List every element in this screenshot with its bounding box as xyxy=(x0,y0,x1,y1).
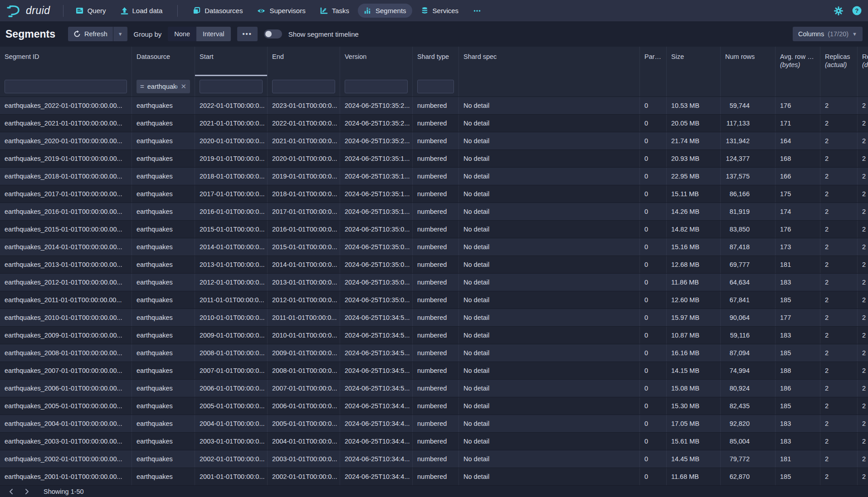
cell-datasource[interactable]: earthquakes xyxy=(132,327,195,344)
cell-replication_factor[interactable]: 2 xyxy=(858,168,868,185)
cell-version[interactable]: 2024-06-25T10:35:2... xyxy=(340,132,413,150)
cell-segment_id[interactable]: earthquakes_2012-01-01T00:00:00.00... xyxy=(0,274,132,291)
cell-segment_id[interactable]: earthquakes_2002-01-01T00:00:00.00... xyxy=(0,450,132,468)
cell-avg_row_size[interactable]: 181 xyxy=(775,450,820,468)
cell-start[interactable]: 2003-01-01T00:00:0... xyxy=(195,433,268,450)
cell-start[interactable]: 2007-01-01T00:00:0... xyxy=(195,362,268,379)
cell-replicas[interactable]: 2 xyxy=(820,450,858,468)
cell-num_rows[interactable]: 81,919 xyxy=(721,203,775,220)
cell-partition[interactable]: 0 xyxy=(640,274,667,291)
cell-shard_spec[interactable]: No detail xyxy=(459,397,640,415)
column-header-shard_spec[interactable]: Shard spec xyxy=(459,47,640,76)
cell-datasource[interactable]: earthquakes xyxy=(132,185,195,203)
cell-size[interactable]: 10.87 MB xyxy=(667,327,721,344)
filter-input-shard_type[interactable] xyxy=(417,80,454,93)
cell-size[interactable]: 14.82 MB xyxy=(667,221,721,238)
cell-partition[interactable]: 0 xyxy=(640,168,667,185)
cell-end[interactable]: 2023-01-01T00:00:0... xyxy=(268,97,340,114)
cell-shard_spec[interactable]: No detail xyxy=(459,362,640,379)
datasource-filter-chip[interactable]: =earthquakes✕ xyxy=(137,80,190,93)
cell-avg_row_size[interactable]: 171 xyxy=(775,115,820,132)
cell-version[interactable]: 2024-06-25T10:34:4... xyxy=(340,397,413,415)
cell-version[interactable]: 2024-06-25T10:34:5... xyxy=(340,362,413,379)
cell-partition[interactable]: 0 xyxy=(640,397,667,415)
nav-item-load-data[interactable]: Load data xyxy=(115,4,169,18)
cell-replicas[interactable]: 2 xyxy=(820,274,858,291)
cell-segment_id[interactable]: earthquakes_2019-01-01T00:00:00.00... xyxy=(0,150,132,167)
cell-shard_type[interactable]: numbered xyxy=(413,309,459,326)
cell-replication_factor[interactable]: 2 xyxy=(858,380,868,397)
cell-shard_spec[interactable]: No detail xyxy=(459,415,640,432)
cell-replicas[interactable]: 2 xyxy=(820,415,858,432)
column-header-avg_row_size[interactable]: Avg. row size(bytes) xyxy=(775,47,820,76)
cell-start[interactable]: 2001-01-01T00:00:0... xyxy=(195,468,268,485)
cell-avg_row_size[interactable]: 175 xyxy=(775,185,820,203)
cell-partition[interactable]: 0 xyxy=(640,115,667,132)
cell-size[interactable]: 15.30 MB xyxy=(667,397,721,415)
cell-version[interactable]: 2024-06-25T10:35:2... xyxy=(340,115,413,132)
cell-shard_type[interactable]: numbered xyxy=(413,397,459,415)
cell-end[interactable]: 2017-01-01T00:00:0... xyxy=(268,203,340,220)
cell-shard_spec[interactable]: No detail xyxy=(459,97,640,114)
cell-shard_spec[interactable]: No detail xyxy=(459,433,640,450)
cell-segment_id[interactable]: earthquakes_2014-01-01T00:00:00.00... xyxy=(0,238,132,256)
cell-start[interactable]: 2017-01-01T00:00:0... xyxy=(195,185,268,203)
cell-partition[interactable]: 0 xyxy=(640,415,667,432)
cell-segment_id[interactable]: earthquakes_2008-01-01T00:00:00.00... xyxy=(0,344,132,362)
cell-partition[interactable]: 0 xyxy=(640,450,667,468)
cell-datasource[interactable]: earthquakes xyxy=(132,380,195,397)
cell-end[interactable]: 2005-01-01T00:00:0... xyxy=(268,415,340,432)
cell-partition[interactable]: 0 xyxy=(640,132,667,150)
cell-replication_factor[interactable]: 2 xyxy=(858,221,868,238)
cell-size[interactable]: 12.60 MB xyxy=(667,291,721,309)
cell-segment_id[interactable]: earthquakes_2017-01-01T00:00:00.00... xyxy=(0,185,132,203)
cell-size[interactable]: 11.86 MB xyxy=(667,274,721,291)
cell-segment_id[interactable]: earthquakes_2010-01-01T00:00:00.00... xyxy=(0,309,132,326)
cell-shard_spec[interactable]: No detail xyxy=(459,132,640,150)
remove-filter-icon[interactable]: ✕ xyxy=(180,82,186,91)
cell-replicas[interactable]: 2 xyxy=(820,327,858,344)
cell-version[interactable]: 2024-06-25T10:35:1... xyxy=(340,168,413,185)
cell-shard_type[interactable]: numbered xyxy=(413,327,459,344)
cell-num_rows[interactable]: 87,418 xyxy=(721,238,775,256)
cell-start[interactable]: 2002-01-01T00:00:0... xyxy=(195,450,268,468)
cell-avg_row_size[interactable]: 185 xyxy=(775,291,820,309)
cell-replication_factor[interactable]: 2 xyxy=(858,256,868,273)
cell-datasource[interactable]: earthquakes xyxy=(132,238,195,256)
cell-shard_type[interactable]: numbered xyxy=(413,168,459,185)
cell-avg_row_size[interactable]: 164 xyxy=(775,132,820,150)
cell-replicas[interactable]: 2 xyxy=(820,380,858,397)
cell-datasource[interactable]: earthquakes xyxy=(132,309,195,326)
column-header-start[interactable]: Start xyxy=(195,47,268,76)
cell-datasource[interactable]: earthquakes xyxy=(132,344,195,362)
cell-partition[interactable]: 0 xyxy=(640,150,667,167)
cell-avg_row_size[interactable]: 166 xyxy=(775,168,820,185)
cell-start[interactable]: 2008-01-01T00:00:0... xyxy=(195,344,268,362)
cell-shard_spec[interactable]: No detail xyxy=(459,274,640,291)
cell-num_rows[interactable]: 90,064 xyxy=(721,309,775,326)
cell-shard_type[interactable]: numbered xyxy=(413,274,459,291)
cell-avg_row_size[interactable]: 185 xyxy=(775,468,820,485)
next-page-button[interactable] xyxy=(20,487,34,497)
cell-avg_row_size[interactable]: 176 xyxy=(775,97,820,114)
cell-segment_id[interactable]: earthquakes_2003-01-01T00:00:00.00... xyxy=(0,433,132,450)
cell-num_rows[interactable]: 82,435 xyxy=(721,397,775,415)
cell-partition[interactable]: 0 xyxy=(640,344,667,362)
cell-size[interactable]: 20.93 MB xyxy=(667,150,721,167)
cell-datasource[interactable]: earthquakes xyxy=(132,450,195,468)
cell-size[interactable]: 14.45 MB xyxy=(667,450,721,468)
cell-shard_spec[interactable]: No detail xyxy=(459,450,640,468)
cell-shard_spec[interactable]: No detail xyxy=(459,185,640,203)
cell-partition[interactable]: 0 xyxy=(640,238,667,256)
cell-replicas[interactable]: 2 xyxy=(820,291,858,309)
cell-start[interactable]: 2021-01-01T00:00:0... xyxy=(195,115,268,132)
cell-shard_type[interactable]: numbered xyxy=(413,256,459,273)
cell-end[interactable]: 2016-01-01T00:00:0... xyxy=(268,221,340,238)
cell-partition[interactable]: 0 xyxy=(640,309,667,326)
cell-version[interactable]: 2024-06-25T10:35:1... xyxy=(340,150,413,167)
cell-size[interactable]: 16.16 MB xyxy=(667,344,721,362)
cell-start[interactable]: 2004-01-01T00:00:0... xyxy=(195,415,268,432)
cell-shard_type[interactable]: numbered xyxy=(413,362,459,379)
cell-replication_factor[interactable]: 2 xyxy=(858,238,868,256)
nav-item-segments[interactable]: Segments xyxy=(358,4,412,18)
